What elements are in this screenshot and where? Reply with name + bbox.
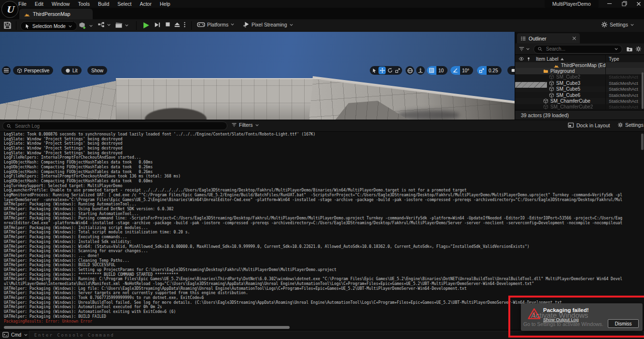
- console-command-input[interactable]: [29, 332, 644, 338]
- log-horizontal-scrollbar[interactable]: [4, 326, 290, 329]
- outliner-row[interactable]: SM_ChamferCubeStaticMeshAct: [515, 98, 644, 104]
- scale-snap-toggle[interactable]: [477, 66, 487, 75]
- outliner-row[interactable]: SM_ChamferCube2StaticMeshAct: [515, 104, 644, 110]
- outliner-filter-button[interactable]: [515, 46, 533, 52]
- menu-build[interactable]: Build: [98, 1, 109, 7]
- rotation-snap-toggle[interactable]: [450, 66, 460, 75]
- log-filters-dropdown[interactable]: Filters: [231, 122, 259, 128]
- pixel-streaming-dropdown[interactable]: Pixel Streaming: [243, 21, 294, 28]
- menu-help[interactable]: Help: [160, 1, 170, 7]
- close-icon[interactable]: [572, 36, 576, 41]
- menu-select[interactable]: Select: [117, 1, 131, 7]
- rotate-tool-button[interactable]: [386, 67, 393, 74]
- skip-to-next-button[interactable]: [154, 21, 161, 28]
- log-line: UATHelper: Packaging (Windows): Running:…: [4, 277, 644, 282]
- outliner-row[interactable]: SM_Cube2StaticMeshAct: [515, 74, 644, 80]
- gear-icon: [617, 122, 623, 128]
- lit-mode-dropdown[interactable]: Lit: [61, 66, 82, 75]
- outliner-settings-button[interactable]: [635, 46, 642, 52]
- play-options-button[interactable]: [183, 21, 186, 28]
- windows-activation-watermark-sub: Go to Settings to activate Windows.: [523, 321, 603, 327]
- surface-snap-icon: [418, 68, 423, 73]
- angle-icon: [452, 68, 458, 73]
- add-actor-button[interactable]: [78, 21, 93, 30]
- perspective-dropdown[interactable]: Perspective: [13, 66, 53, 75]
- chevron-down-icon: [630, 23, 634, 27]
- cinematics-button[interactable]: [115, 21, 129, 29]
- outliner-search-box[interactable]: [533, 45, 622, 54]
- outliner-search-input[interactable]: [545, 46, 612, 52]
- blueprints-button[interactable]: [98, 21, 111, 28]
- grid-snap-toggle[interactable]: [427, 66, 436, 75]
- mesh-icon: [543, 98, 548, 104]
- dock-in-layout-button[interactable]: Dock in Layout: [568, 122, 610, 128]
- outliner-row[interactable]: Playground: [515, 68, 644, 74]
- tab-thirdpersonmap[interactable]: ThirdPersonMap: [19, 9, 93, 19]
- outliner-scrollbar[interactable]: [642, 72, 644, 109]
- log-settings-dropdown[interactable]: Settings: [617, 122, 644, 128]
- cursor-icon: [25, 24, 30, 29]
- surface-snapping-button[interactable]: [416, 66, 425, 75]
- unreal-engine-logo[interactable]: U: [1, 1, 18, 18]
- chevron-down-icon: [107, 23, 111, 27]
- settings-dropdown[interactable]: Settings: [601, 21, 634, 28]
- window-minimize-button[interactable]: [603, 0, 616, 7]
- tab-outliner[interactable]: Outliner: [517, 33, 580, 43]
- scale-snap-icon: [479, 68, 485, 73]
- transform-tools-group: [370, 66, 402, 75]
- menu-window[interactable]: Window: [52, 1, 70, 7]
- menu-bar: FileEditWindowToolsBuildSelectActorHelp: [18, 0, 170, 8]
- pin-icon: [526, 56, 531, 62]
- dismiss-button[interactable]: Dismiss: [608, 319, 639, 328]
- outliner-row[interactable]: ThirdPersonMap (Editor): [515, 62, 644, 68]
- console-mode-dropdown[interactable]: Cmd: [2, 332, 28, 338]
- window-close-button[interactable]: [632, 0, 644, 7]
- scale-snap-control[interactable]: 0.25: [477, 66, 502, 75]
- stop-button[interactable]: [165, 21, 171, 27]
- item-label-column-header[interactable]: Item Label: [536, 56, 605, 62]
- log-line: UATHelper: Packaging (Windows): ********…: [4, 272, 644, 277]
- pin-column-button[interactable]: [526, 56, 536, 62]
- clapperboard-icon: [115, 21, 123, 29]
- show-dropdown[interactable]: Show: [87, 66, 107, 75]
- viewport-options-button[interactable]: [2, 66, 11, 75]
- selection-mode-dropdown[interactable]: Selection Mode: [20, 21, 77, 31]
- world-coordinate-button[interactable]: [406, 66, 414, 75]
- outliner-item-type: StaticMeshAct: [605, 74, 644, 80]
- camera-speed-control[interactable]: 1: [507, 66, 515, 75]
- filter-icon: [231, 122, 237, 128]
- scale-tool-button[interactable]: [394, 67, 401, 74]
- play-button[interactable]: [142, 21, 150, 29]
- visibility-column-button[interactable]: [515, 56, 526, 62]
- menu-file[interactable]: File: [18, 1, 27, 7]
- log-line: UATHelper: Packaging (Windows): Using bu…: [4, 207, 644, 212]
- menu-edit[interactable]: Edit: [35, 1, 43, 7]
- outliner-row[interactable]: SM_Cube6StaticMeshAct: [515, 92, 644, 98]
- log-search-box[interactable]: [2, 122, 227, 130]
- level-viewport[interactable]: Perspective Lit Show 10: [0, 32, 515, 120]
- type-column-header[interactable]: Type: [605, 55, 644, 63]
- select-tool-button[interactable]: [371, 67, 378, 74]
- log-line: UATHelper: Packaging (Windows): Parsing …: [4, 216, 644, 221]
- grid-snap-control[interactable]: 10: [427, 66, 448, 75]
- outliner-panel: Outliner: [515, 32, 644, 120]
- save-button[interactable]: [3, 21, 12, 29]
- log-line: layerDemoServer -unrealexe="C:\Program F…: [4, 198, 644, 203]
- title-bar: FileEditWindowToolsBuildSelectActorHelp …: [0, 0, 644, 8]
- outliner-new-folder-button[interactable]: [622, 46, 635, 53]
- output-log-header: Filters Dock in Layout Settings: [0, 120, 644, 132]
- dock-label: Dock in Layout: [576, 122, 610, 128]
- log-search-input[interactable]: [14, 123, 224, 129]
- move-tool-button[interactable]: [378, 67, 386, 74]
- mesh-icon: [549, 81, 554, 86]
- console-command-box[interactable]: [29, 331, 644, 339]
- outliner-item-type: StaticMeshAct: [605, 86, 644, 92]
- menu-actor[interactable]: Actor: [140, 1, 152, 7]
- platforms-dropdown[interactable]: Platforms: [197, 21, 235, 27]
- rotation-snap-control[interactable]: 10°: [450, 66, 473, 75]
- toolbar-separator: [191, 21, 192, 30]
- eject-button[interactable]: [174, 21, 181, 28]
- window-restore-button[interactable]: [618, 0, 630, 7]
- log-vertical-scrollbar[interactable]: [641, 134, 644, 150]
- menu-tools[interactable]: Tools: [78, 1, 90, 7]
